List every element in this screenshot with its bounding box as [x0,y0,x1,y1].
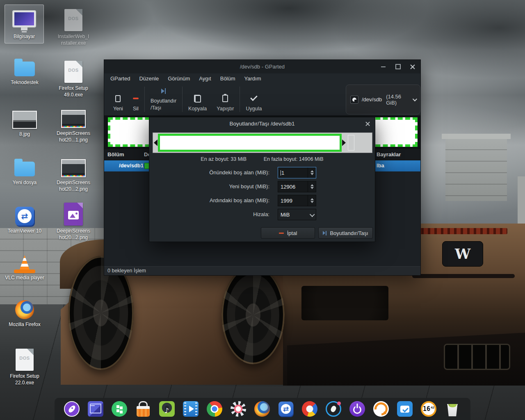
menu-duzenle[interactable]: Düzenle [135,75,163,82]
delete-icon [133,98,139,99]
purple-image-file-icon [64,203,83,226]
align-label: Hizala: [149,211,269,217]
menubar: GParted Düzenle Görünüm Aygıt Bölüm Yard… [104,73,420,83]
paste-icon [222,95,228,102]
orange-ring-gauge-icon[interactable] [373,401,389,417]
desktop-icon-firefox-setup-22[interactable]: DOS Firefox Setup 22.0.exe [4,348,45,386]
resize-handle-right[interactable] [342,139,346,146]
desktop-icon-teamviewer[interactable]: TeamViewer 10 [4,203,45,235]
blue-check-app-icon[interactable] [397,401,413,417]
toolbar-separator [182,87,183,112]
desktop-icon-8jpg[interactable]: 8.jpg [4,106,45,138]
resize-move-button[interactable]: Boyutlandır /Taşı [146,83,181,115]
teamviewer-icon [15,203,34,226]
cancel-minus-icon [279,233,284,234]
car-rear-vent [412,274,515,278]
menu-aygit[interactable]: Aygıt [194,75,215,82]
apply-button[interactable]: Uygula [241,83,267,115]
chrome-icon[interactable] [206,401,223,417]
power-icon[interactable] [349,401,365,417]
partition-flags: lba [377,162,384,169]
dialog-title: Boyutlandır/Taşı /dev/sdb1 [149,117,375,130]
desktop-icon-teknodestek[interactable]: Teknodestek [4,54,45,86]
size-limits: En az boyut: 33 MiB En fazla boyut: 1490… [149,156,375,162]
device-selector[interactable]: /dev/sdb (14.56 GiB) [346,84,420,114]
new-partition-button[interactable]: Yeni [108,83,128,115]
desktop-icon-installer-web[interactable]: DOS InstallerWeb_I nstaller.exe [52,8,95,46]
resize-confirm-button[interactable]: Boyutlandır/Taşı [318,227,373,239]
clock-icon[interactable]: 16 42 [420,401,437,417]
field-align: Hizala: MiB [149,209,375,220]
screenshot-thumbnail-icon [61,154,86,177]
desktop: W Bilgisayar Teknodestek 8.jpg Yeni dosy… [0,0,525,420]
column-header-partition[interactable]: Bölüm [107,151,124,158]
menu-bolum[interactable]: Bölüm [216,75,240,82]
column-header-flags[interactable]: Bayraklar [377,151,401,158]
image-glyph-mountain [70,214,75,218]
movie-player-icon[interactable] [183,401,199,417]
settings-gear-icon[interactable] [230,401,247,417]
desktop-icon-yeni-dosya[interactable]: Yeni dosya [4,154,45,186]
new-partition-icon [115,95,121,102]
menu-gparted[interactable]: GParted [106,75,135,82]
toolbar-separator [144,87,145,112]
car-exhaust [444,344,510,370]
paste-button[interactable]: Yapıştır [212,83,239,115]
app-store-bag-icon[interactable] [135,401,151,417]
desktop-icon-firefox-setup-49[interactable]: DOS Firefox Setup 49.0.exe [52,60,95,98]
screenshot-thumbnail-icon [61,105,86,128]
field-space-after: Ardındaki boş alan (MiB): 1999 [149,195,375,206]
new-size-input[interactable]: 12906 [278,181,316,192]
spinner-buttons[interactable] [308,181,316,192]
resize-move-icon [161,88,166,94]
cancel-button[interactable]: İptal [261,227,315,239]
resize-partition-segment[interactable] [158,134,342,152]
spinner-buttons[interactable] [308,167,316,178]
window-title: /dev/sdb - GParted [104,60,420,73]
statusbar: 0 bekleyen İşlem [104,266,420,275]
max-size-label: En fazla boyut: 14906 MiB [264,156,324,162]
teamviewer-icon[interactable] [278,401,294,417]
color-wheel-app-icon[interactable] [301,401,318,417]
apply-check-icon [250,94,258,101]
desktop-icon-screenshot-1[interactable]: DeepinScreens hot20...1.png [52,105,95,143]
menu-yardim[interactable]: Yardım [240,75,266,82]
car-badge: W [442,241,483,267]
copy-icon [194,95,201,103]
trash-icon[interactable] [444,401,461,417]
dialog-close-icon[interactable] [365,121,371,127]
image-glyph-dot [75,212,78,215]
spinner-buttons[interactable] [308,195,316,206]
titlebar[interactable]: /dev/sdb - GParted [104,60,420,73]
copy-button[interactable]: Kopyala [183,83,212,115]
desktop-icon-screenshot-2[interactable]: DeepinScreens hot20...2.png [52,154,95,192]
resize-handle-left[interactable] [154,139,158,146]
menu-gorunum[interactable]: Görünüm [163,75,194,82]
delete-partition-button[interactable]: Sil [128,83,144,115]
folder-icon [14,154,35,177]
desktop-icon-bilgisayar[interactable]: Bilgisayar [5,5,44,43]
file-manager-icon[interactable] [87,401,104,417]
system-monitor-icon[interactable] [325,401,342,417]
maximize-icon[interactable] [393,62,402,71]
close-icon[interactable] [408,62,417,71]
disk-icon [350,96,358,104]
car-wheel-right [221,266,285,364]
desktop-icon-vlc[interactable]: VLC media player [4,249,45,281]
desktop-icon-firefox[interactable]: Mozilla Firefox [4,296,45,328]
green-blocks-app-icon[interactable] [111,401,128,417]
launcher-rocket-icon[interactable] [64,401,80,417]
min-size-label: En az boyut: 33 MiB [201,156,247,162]
space-after-input[interactable]: 1999 [278,195,316,206]
music-player-icon[interactable] [159,401,175,417]
align-dropdown[interactable]: MiB [278,209,316,220]
space-before-input[interactable]: 1 [278,167,316,178]
desktop-icon-screenshot-3[interactable]: DeepinScreens hot20...2.png [52,203,95,241]
resize-freed-space-outline [348,135,354,151]
minimize-icon[interactable] [379,62,388,71]
resize-slider-track[interactable] [153,132,372,153]
field-new-size: Yeni boyut (MiB): 12906 [149,181,375,192]
field-space-before: Önündeki boş alan (MiB): 1 [149,167,375,178]
firefox-icon [15,296,34,319]
firefox-icon[interactable] [254,401,270,417]
